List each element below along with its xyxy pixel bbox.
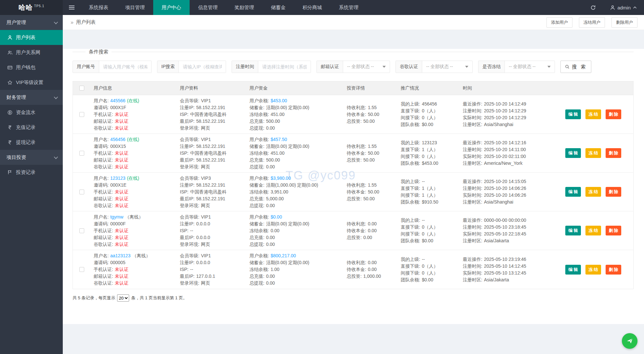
- search-input[interactable]: [99, 61, 151, 73]
- email-auth-status: 未认证: [115, 235, 128, 240]
- topbar-nav-item[interactable]: 用户中心: [153, 0, 190, 15]
- field-label: 我的上级:: [401, 179, 420, 184]
- sidebar-item[interactable]: 提现记录: [0, 135, 63, 150]
- user-menu[interactable]: admin: [603, 0, 644, 15]
- vip-level: VIP1: [201, 98, 211, 103]
- edit-button[interactable]: 编辑: [565, 265, 581, 275]
- search-input[interactable]: [179, 61, 226, 73]
- field-label: 谷歌认证:: [94, 164, 113, 169]
- pending-principal: 50.00: [368, 150, 379, 156]
- add-user-button[interactable]: 添加用户: [546, 17, 572, 28]
- search-select[interactable]: -- 全部状态 --: [343, 61, 390, 73]
- delete-button[interactable]: 删除: [606, 265, 621, 275]
- row-checkbox[interactable]: [79, 190, 84, 194]
- total-invest: 0.00: [363, 235, 372, 240]
- total-invest: 50.00: [363, 196, 375, 201]
- delete-button[interactable]: 删除: [606, 187, 621, 197]
- hamburger-menu-icon[interactable]: [63, 0, 80, 15]
- indirect-downline: 0（人）: [422, 115, 438, 120]
- topbar-nav-item[interactable]: 项目管理: [117, 0, 153, 15]
- user-funds-cell: 用户余额:$0.00 储蓄金:活期(0.00) 定期(0.00) 冻结余额:0.…: [249, 211, 347, 250]
- freeze-button[interactable]: 冻结: [585, 226, 601, 235]
- field-label: 团队余额:: [401, 161, 420, 166]
- topbar-nav-item[interactable]: 积分商城: [294, 0, 330, 15]
- freeze-user-button[interactable]: 冻结用户: [579, 17, 605, 28]
- username-link[interactable]: 445566: [110, 98, 126, 103]
- page-size-select[interactable]: 20: [117, 294, 129, 302]
- savings: 活期(0.00) 定期(0.00): [266, 105, 309, 110]
- login-env: 网页: [201, 203, 210, 208]
- field-label: 我的上级:: [401, 101, 420, 106]
- last-ip: 58.152.22.191: [196, 119, 225, 124]
- username-link[interactable]: 456456: [110, 137, 126, 142]
- field-label: 总充值:: [249, 119, 264, 124]
- freeze-button[interactable]: 冻结: [585, 148, 601, 158]
- username-link[interactable]: aa123123: [110, 253, 130, 258]
- refresh-button[interactable]: [583, 0, 603, 15]
- topbar-nav-item[interactable]: 系统报表: [80, 0, 117, 15]
- delete-user-button[interactable]: 删除用户: [611, 17, 637, 28]
- field-label: 手机认证:: [94, 189, 113, 194]
- delete-button[interactable]: 删除: [606, 109, 621, 119]
- delete-button[interactable]: 删除: [606, 226, 621, 235]
- sidebar-group-header[interactable]: 项目投资: [0, 150, 63, 165]
- sidebar-item[interactable]: 用户关系网: [0, 45, 63, 60]
- sidebar-group-header[interactable]: 用户管理: [0, 15, 63, 30]
- sidebar-item[interactable]: 投资记录: [0, 165, 63, 180]
- sidebar-group-header[interactable]: 财务管理: [0, 90, 63, 105]
- edit-button[interactable]: 编辑: [565, 148, 581, 158]
- edit-button[interactable]: 编辑: [565, 187, 581, 197]
- field-label: 间接下级:: [401, 192, 420, 198]
- topbar-nav-item[interactable]: 奖励管理: [226, 0, 262, 15]
- field-label: ISP:: [180, 189, 188, 194]
- breadcrumb: » 用户列表: [71, 19, 96, 25]
- field-label: 直接下级:: [401, 224, 420, 230]
- username-link[interactable]: 123123: [110, 176, 126, 181]
- last-ip: 58.152.22.191: [196, 157, 225, 163]
- freeze-button[interactable]: 冻结: [585, 109, 601, 119]
- user-info-cell: 用户名:aa123123（离线） 邀请码:000005 手机认证:未认证 邮箱认…: [94, 250, 180, 289]
- field-label: 注册时区:: [463, 238, 482, 243]
- register-timezone: America/New_York: [484, 161, 523, 166]
- freeze-button[interactable]: 冻结: [585, 265, 601, 275]
- field-label: 我的上级:: [401, 140, 420, 145]
- row-checkbox[interactable]: [79, 151, 84, 156]
- username-link[interactable]: tgymw: [110, 214, 123, 219]
- table-header-row: 用户信息 用户资料 用户资金 投资详情 推广情况 时间: [73, 81, 633, 95]
- search-select[interactable]: -- 全部状态 --: [505, 61, 555, 73]
- field-label: 最后IP:: [180, 119, 195, 124]
- row-checkbox[interactable]: [79, 267, 84, 272]
- field-label: 邮箱认证:: [94, 274, 113, 279]
- field-label: 手机认证:: [94, 228, 113, 233]
- edit-button[interactable]: 编辑: [565, 226, 581, 235]
- total-withdraw: 0.00: [266, 242, 275, 247]
- topbar-nav-item[interactable]: 系统管理: [330, 0, 367, 15]
- topbar-nav-item[interactable]: 信息管理: [190, 0, 226, 15]
- topbar-nav-item[interactable]: 储蓄金: [262, 0, 294, 15]
- sidebar-item[interactable]: 用户钱包: [0, 60, 63, 75]
- field-label: 最近操作:: [463, 179, 482, 184]
- google-auth-status: 未认证: [115, 242, 128, 247]
- row-checkbox[interactable]: [79, 228, 84, 233]
- sidebar-item[interactable]: 充值记录: [0, 120, 63, 135]
- search-button[interactable]: 搜 索: [560, 61, 591, 73]
- search-select[interactable]: -- 全部状态 --: [422, 61, 472, 73]
- row-checkbox[interactable]: [79, 112, 84, 117]
- field-label: 待收利息:: [347, 260, 366, 265]
- edit-button[interactable]: 编辑: [565, 109, 581, 119]
- freeze-button[interactable]: 冻结: [585, 187, 601, 197]
- sidebar-item-label: 用户关系网: [16, 50, 40, 56]
- user-balance: $453.00: [271, 98, 287, 103]
- delete-button[interactable]: 删除: [606, 148, 621, 158]
- vip-level: VIP1: [201, 214, 211, 219]
- select-all-checkbox[interactable]: [79, 86, 84, 91]
- sidebar-item[interactable]: VIP等级设置: [0, 75, 63, 90]
- sidebar-item[interactable]: 用户列表: [0, 30, 63, 45]
- sidebar-item[interactable]: 资金流水: [0, 105, 63, 120]
- search-input[interactable]: [258, 61, 311, 73]
- field-label: 邮箱认证:: [94, 196, 113, 201]
- online-status: （离线）: [132, 253, 150, 258]
- real-time: 2025-10-20 02:11:00: [484, 154, 526, 159]
- customer-service-float-button[interactable]: [622, 333, 637, 349]
- sidebar-item-label: 资金流水: [16, 109, 35, 116]
